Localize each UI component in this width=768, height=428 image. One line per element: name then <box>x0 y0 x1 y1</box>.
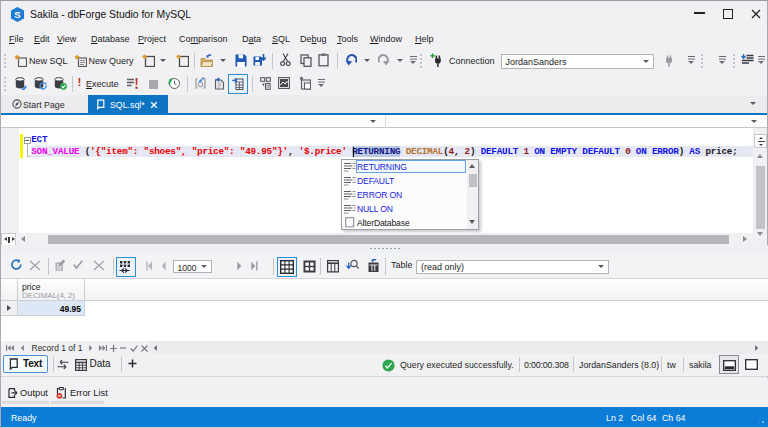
svg-text:S: S <box>14 9 20 20</box>
